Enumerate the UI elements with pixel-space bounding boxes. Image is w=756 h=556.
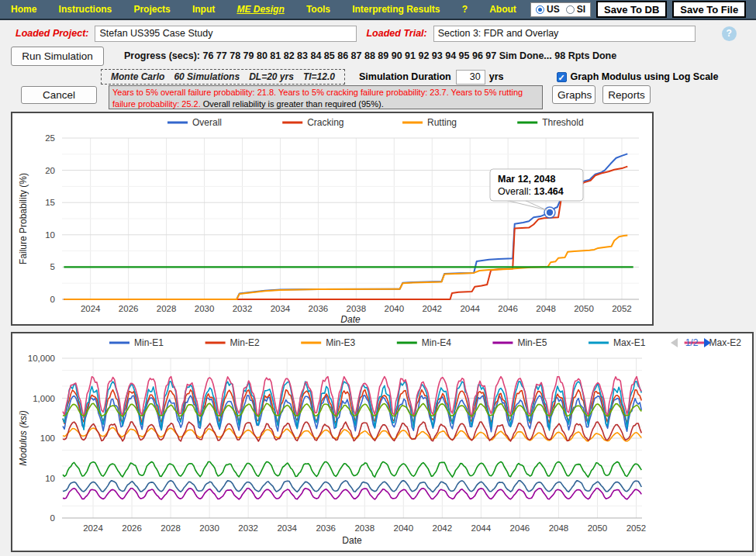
series-min-e4 <box>63 462 641 478</box>
svg-text:2026: 2026 <box>122 523 142 533</box>
legend-item-min-e1[interactable]: Min-E1 <box>109 337 164 348</box>
axis-labels: 0510152025202420262028203020322034203620… <box>18 133 632 324</box>
svg-text:2044: 2044 <box>471 523 492 533</box>
legend-item-max-e1[interactable]: Max-E1 <box>589 337 646 348</box>
svg-text:Overall: Overall <box>192 117 222 128</box>
svg-text:Date: Date <box>340 314 361 324</box>
si-radio-icon[interactable] <box>566 5 575 14</box>
log-scale-checkbox[interactable]: ✓ <box>557 72 567 82</box>
svg-text:Min-E5: Min-E5 <box>517 337 547 348</box>
svg-text:2026: 2026 <box>119 304 139 313</box>
svg-text:5: 5 <box>50 262 55 271</box>
svg-text:2032: 2032 <box>238 523 258 533</box>
svg-text:2042: 2042 <box>422 304 442 313</box>
svg-text:2028: 2028 <box>157 304 177 313</box>
svg-text:2048: 2048 <box>536 304 556 313</box>
menu-item-about[interactable]: About <box>486 2 520 16</box>
loaded-trial-input[interactable] <box>433 26 696 42</box>
results-summary-box: Years to 5% overall failure probability:… <box>109 85 543 109</box>
loaded-project-label: Loaded Project: <box>16 28 88 39</box>
svg-text:100: 100 <box>40 433 55 443</box>
loaded-trial-label: Loaded Trial: <box>366 28 426 39</box>
menu-item-input[interactable]: Input <box>189 2 218 16</box>
legend-item-rutting[interactable]: Rutting <box>402 117 457 128</box>
legend-item-cracking[interactable]: Cracking <box>282 117 343 128</box>
top-menu-bar: Home Instructions Projects Input ME Desi… <box>0 0 756 20</box>
svg-text:2038: 2038 <box>354 523 375 533</box>
svg-text:2034: 2034 <box>271 304 291 313</box>
svg-text:20: 20 <box>45 166 55 175</box>
chart-tooltip: Mar 12, 2048Overall: 13.464 <box>490 169 583 218</box>
svg-text:Max-E2: Max-E2 <box>709 337 742 348</box>
us-radio-option[interactable]: US <box>536 4 560 15</box>
menu-item-help[interactable]: ? <box>459 2 471 16</box>
results-row: Cancel Years to 5% overall failure proba… <box>0 85 756 110</box>
legend-item-min-e5[interactable]: Min-E5 <box>492 337 547 348</box>
svg-text:2050: 2050 <box>574 304 594 313</box>
save-to-file-button[interactable]: Save To File <box>672 1 746 18</box>
svg-text:2030: 2030 <box>199 523 219 533</box>
svg-text:Min-E4: Min-E4 <box>422 337 451 348</box>
modulus-svg: 10,0001,00010010020242026202820302032203… <box>12 333 752 551</box>
menu-item-tools[interactable]: Tools <box>303 2 333 16</box>
failure-probability-chart: 0510152025202420262028203020322034203620… <box>11 112 654 326</box>
svg-text:2052: 2052 <box>612 304 632 313</box>
svg-text:Modulus (ksi): Modulus (ksi) <box>18 410 29 465</box>
svg-text:Min-E3: Min-E3 <box>326 337 355 348</box>
log-scale-label: Graph Modulus using Log Scale <box>571 71 719 82</box>
svg-text:Overall: 13.464: Overall: 13.464 <box>498 186 564 197</box>
simulation-duration-input[interactable] <box>456 70 485 85</box>
svg-text:2038: 2038 <box>347 304 367 313</box>
svg-text:2036: 2036 <box>316 523 336 533</box>
svg-text:Failure Probability (%): Failure Probability (%) <box>18 173 29 264</box>
svg-text:2028: 2028 <box>161 523 181 533</box>
svg-text:Max-E1: Max-E1 <box>613 337 646 348</box>
svg-text:15: 15 <box>45 198 55 207</box>
svg-text:Cracking: Cracking <box>307 117 343 128</box>
failure-probability-svg: 0510152025202420262028203020322034203620… <box>12 113 652 324</box>
ti-label: TI=12.0 <box>303 71 335 82</box>
app-window: Home Instructions Projects Input ME Desi… <box>0 0 756 556</box>
monte-carlo-label: Monte Carlo <box>111 71 164 82</box>
svg-text:1,000: 1,000 <box>33 394 55 403</box>
menu-item-interpreting-results[interactable]: Interpreting Results <box>349 2 443 16</box>
menu-item-home[interactable]: Home <box>8 2 40 16</box>
reports-button[interactable]: Reports <box>602 85 651 104</box>
menu-item-me-design[interactable]: ME Design <box>233 2 287 16</box>
menu-item-instructions[interactable]: Instructions <box>56 2 116 16</box>
svg-text:2048: 2048 <box>549 523 569 533</box>
svg-text:2046: 2046 <box>498 304 518 313</box>
si-radio-option[interactable]: SI <box>566 4 585 15</box>
legend-prev-icon[interactable] <box>671 338 678 347</box>
design-life-label: DL=20 yrs <box>249 71 294 82</box>
run-simulation-button[interactable]: Run Simulation <box>11 47 104 66</box>
legend-item-overall[interactable]: Overall <box>167 117 222 128</box>
svg-text:0: 0 <box>50 295 55 304</box>
svg-text:10: 10 <box>45 230 55 240</box>
svg-text:2042: 2042 <box>433 523 453 533</box>
svg-text:Min-E1: Min-E1 <box>134 337 164 348</box>
menu-item-projects[interactable]: Projects <box>130 2 173 16</box>
cancel-button[interactable]: Cancel <box>21 86 97 104</box>
modulus-chart: 10,0001,00010010020242026202820302032203… <box>11 332 754 552</box>
svg-text:2040: 2040 <box>384 304 404 313</box>
monte-carlo-summary-box: Monte Carlo 60 Simulations DL=20 yrs TI=… <box>101 69 345 85</box>
legend-item-threshold[interactable]: Threshold <box>517 117 583 128</box>
svg-text:2050: 2050 <box>588 523 608 533</box>
save-to-db-button[interactable]: Save To DB <box>596 1 667 18</box>
svg-text:2024: 2024 <box>81 304 101 313</box>
legend-item-min-e4[interactable]: Min-E4 <box>397 337 451 348</box>
legend-item-min-e3[interactable]: Min-E3 <box>301 337 355 348</box>
simulations-label: 60 Simulations <box>174 71 240 82</box>
graphs-button[interactable]: Graphs <box>552 85 595 104</box>
legend-item-min-e2[interactable]: Min-E2 <box>205 337 260 348</box>
progress-text: Progress (secs): 76 77 78 79 80 81 82 83… <box>124 50 616 61</box>
si-radio-label: SI <box>577 4 585 15</box>
svg-text:Threshold: Threshold <box>542 117 583 128</box>
units-toggle-group: US SI <box>530 2 591 17</box>
us-radio-icon[interactable] <box>536 5 544 14</box>
svg-text:2024: 2024 <box>83 523 103 533</box>
help-icon[interactable]: ? <box>722 26 737 41</box>
duration-units-label: yrs <box>489 71 504 82</box>
loaded-project-input[interactable] <box>95 26 357 42</box>
